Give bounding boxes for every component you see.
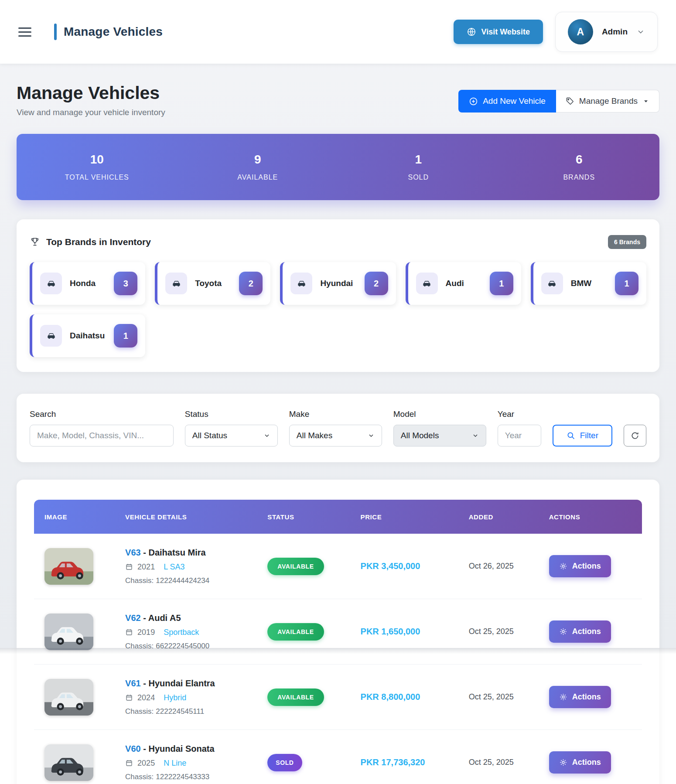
- vehicle-id[interactable]: V63: [125, 548, 141, 557]
- make-select[interactable]: All Makes: [289, 425, 382, 447]
- car-icon: [541, 273, 563, 294]
- status-select-value: All Status: [192, 431, 227, 440]
- actions-button[interactable]: Actions: [549, 751, 611, 774]
- page-title: Manage Vehicles: [17, 83, 165, 103]
- vehicle-separator: -: [141, 548, 149, 557]
- table-row: V60 - Hyundai Sonata 2025 N Line Chassis…: [34, 730, 642, 784]
- stat-item: 6 BRANDS: [499, 153, 660, 181]
- model-select[interactable]: All Models: [393, 425, 486, 447]
- stat-label: AVAILABLE: [178, 174, 338, 181]
- gear-icon: [559, 758, 567, 767]
- stat-label: SOLD: [338, 174, 499, 181]
- stat-item: 9 AVAILABLE: [178, 153, 338, 181]
- visit-website-button[interactable]: Visit Website: [454, 20, 543, 44]
- vehicle-chassis: 222224545111: [156, 707, 204, 716]
- search-input[interactable]: [30, 425, 174, 447]
- brand-count: 1: [114, 324, 137, 348]
- column-header-price: PRICE: [361, 513, 469, 521]
- vehicle-id[interactable]: V60: [125, 744, 141, 753]
- vehicle-separator: -: [141, 744, 149, 753]
- vehicle-variant: L SA3: [164, 562, 184, 572]
- vehicle-price: PKR 8,800,000: [361, 692, 420, 702]
- brand-count: 1: [615, 272, 638, 295]
- calendar-icon: [125, 628, 133, 636]
- year-input[interactable]: [498, 425, 541, 447]
- globe-icon: [467, 27, 476, 37]
- add-new-vehicle-button[interactable]: Add New Vehicle: [458, 90, 556, 112]
- brand-card: BMW 1: [531, 262, 646, 305]
- admin-menu[interactable]: A Admin: [555, 12, 658, 52]
- column-header-image: IMAGE: [34, 513, 125, 521]
- vehicle-chassis: 1222444424234: [156, 576, 209, 585]
- car-icon: [40, 273, 62, 294]
- model-select-value: All Models: [401, 431, 439, 440]
- title-accent-bar: [54, 24, 57, 40]
- filter-button[interactable]: Filter: [553, 425, 612, 447]
- trophy-icon: [30, 237, 40, 247]
- brands-grid: Honda 3 Toyota 2 Hyundai 2 Audi 1: [30, 262, 646, 357]
- column-header-details: VEHICLE DETAILS: [125, 513, 267, 521]
- gear-icon: [559, 627, 567, 636]
- caret-down-icon: [642, 98, 649, 105]
- page-header: Manage Vehicles View and manage your veh…: [17, 83, 659, 117]
- make-select-value: All Makes: [297, 431, 332, 440]
- manage-brands-button[interactable]: Manage Brands: [556, 90, 659, 112]
- admin-name: Admin: [602, 27, 628, 37]
- stat-value: 10: [17, 153, 178, 167]
- actions-button-label: Actions: [572, 627, 601, 636]
- vehicle-year: 2019: [137, 628, 155, 637]
- vehicle-name: Daihatsu Mira: [148, 548, 205, 557]
- chevron-down-icon: [263, 432, 270, 439]
- hamburger-menu-icon[interactable]: [18, 27, 31, 37]
- vehicle-variant: Hybrid: [164, 693, 186, 702]
- vehicle-price: PKR 3,450,000: [361, 561, 420, 571]
- vehicle-chassis: 1222224543333: [156, 773, 209, 781]
- filter-card: Search Status All Status Make All Makes …: [17, 394, 659, 462]
- stat-value: 9: [178, 153, 338, 167]
- app-title-group: Manage Vehicles: [54, 24, 163, 40]
- actions-button[interactable]: Actions: [549, 686, 611, 708]
- vehicle-id[interactable]: V61: [125, 678, 141, 688]
- top-bar: Manage Vehicles Visit Website A Admin: [0, 0, 676, 64]
- column-header-added: ADDED: [469, 513, 549, 521]
- status-label: Status: [185, 409, 278, 419]
- calendar-icon: [125, 694, 133, 702]
- brand-card: Hyundai 2: [280, 262, 396, 305]
- page-subtitle: View and manage your vehicle inventory: [17, 108, 165, 117]
- vehicle-price: PKR 1,650,000: [361, 627, 420, 636]
- stat-label: TOTAL VEHICLES: [17, 174, 178, 181]
- actions-button-label: Actions: [572, 562, 601, 571]
- actions-button-label: Actions: [572, 758, 601, 767]
- vehicle-table-body: V63 - Daihatsu Mira 2021 L SA3 Chassis:1…: [34, 534, 642, 784]
- gear-icon: [559, 693, 567, 701]
- vehicle-thumbnail: [44, 614, 93, 650]
- manage-brands-label: Manage Brands: [579, 96, 638, 106]
- vehicle-name: Hyundai Sonata: [148, 744, 214, 753]
- vehicle-thumbnail: [44, 744, 93, 781]
- chevron-down-icon: [368, 432, 375, 439]
- vehicle-year: 2025: [137, 759, 155, 768]
- avatar: A: [568, 19, 593, 44]
- search-label: Search: [30, 409, 174, 419]
- actions-button[interactable]: Actions: [549, 620, 611, 643]
- brand-count: 3: [114, 272, 137, 295]
- tag-icon: [566, 97, 574, 106]
- refresh-button[interactable]: [624, 425, 646, 447]
- actions-button[interactable]: Actions: [549, 555, 611, 577]
- chassis-label: Chassis:: [125, 773, 154, 781]
- refresh-icon: [631, 431, 639, 440]
- column-header-actions: ACTIONS: [549, 513, 642, 521]
- vehicle-year: 2024: [137, 693, 155, 702]
- vehicle-variant: Sportback: [164, 628, 199, 637]
- plus-circle-icon: [469, 97, 478, 106]
- car-icon: [165, 273, 187, 294]
- brands-count-badge: 6 Brands: [608, 235, 646, 249]
- status-select[interactable]: All Status: [185, 425, 278, 447]
- table-row: V62 - Audi A5 2019 Sportback Chassis:662…: [34, 599, 642, 665]
- vehicle-variant: N Line: [164, 759, 186, 768]
- year-label: Year: [498, 409, 541, 419]
- vehicle-added-date: Oct 25, 2025: [469, 692, 514, 701]
- vehicle-id[interactable]: V62: [125, 613, 141, 623]
- top-brands-card: Top Brands in Inventory 6 Brands Honda 3…: [17, 219, 659, 372]
- calendar-icon: [125, 759, 133, 767]
